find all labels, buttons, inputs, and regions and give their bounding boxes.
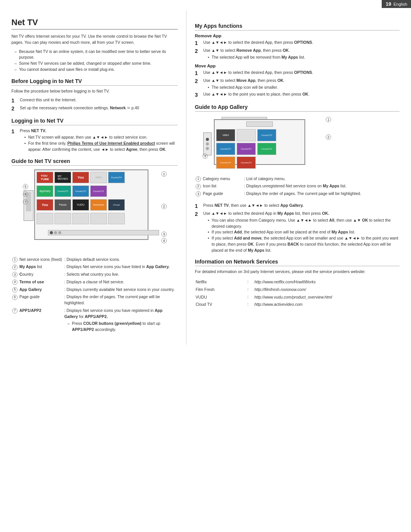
table-row: 6 Page guide : Displays the order of pag… [12,294,177,307]
screen-diagram: YOUTUBE MYMOVIES You video CountryTV App… [34,169,148,240]
section-logging-in: Logging in to Net TV [11,118,178,125]
app-gallery-steps: 1 Press NET TV, then use ▲▼◄► to select … [195,203,400,253]
gallery-callout-3: 3 [202,153,209,159]
callout-3: 3 [161,232,167,237]
section-myapps: My Apps functions [195,23,400,30]
network-services-intro: For detailed information on 3rd party In… [195,269,400,275]
callout-6: 6 [23,192,29,197]
table-row: 7 APP1/APP2 : Displays Net service icons… [12,307,177,337]
service-name: Film Fresh [196,286,245,293]
table-row: 2 Icon list : Displays unregistered Net … [196,183,399,190]
service-name: Netflix [196,279,245,286]
table-row: 2 My Apps list : Displays Net service ic… [12,264,177,270]
section-app-gallery: Guide to App Gallery [195,104,400,112]
subsection-remove-app: Remove App [195,34,400,38]
sub-bullet: You can also choose from Category menu. … [207,217,400,230]
service-url: http://www.vudu.com/product_overview.htm… [254,294,399,301]
step-item: 3 Use ▲▼◄► to the point you want to plac… [195,91,400,98]
services-table: Netflix : http://www.netflix.com/HowItWo… [195,278,400,309]
descriptions-table: 1 Net service icons (fixed) : Displays d… [11,256,178,338]
list-item: Some Net TV services can be added, chang… [14,61,178,67]
table-row: VUDU : http://www.vudu.com/product_overv… [196,294,399,301]
sub-bullet: For the first time only, Philips Terms o… [24,141,178,153]
section-guide-screen: Guide to Net TV screen [11,158,178,166]
list-item: Because Net TV is an online system, it c… [14,49,178,61]
page-guide [48,230,159,235]
service-name: Cloud TV [196,301,245,308]
step-item: 2 Use ▲▼ to select Move App, then press … [195,78,400,91]
sub-bullet: The selected App will be removed from My… [207,54,400,61]
before-logging-steps: 1 Connect this unit to the Internet. 2 S… [11,97,178,112]
intro-text: Net TV offers Internet services for your… [11,34,178,46]
table-row: 3 Page guide : Displays the order of pag… [196,190,399,197]
service-url: http://filmfresh.roxionow.com/ [254,286,399,293]
page-language: English [393,2,407,6]
callout-4: 4 [161,238,167,243]
step-item: 1 Connect this unit to the Internet. [11,97,178,104]
service-name: VUDU [196,294,245,301]
table-row: 4 Terms of use : Displays a clause of Ne… [12,279,177,286]
netv-diagram: YOUTUBE MYMOVIES You video CountryTV App… [23,169,167,253]
step-item: 1 Use ▲▼◄► to select the desired App, th… [195,70,400,77]
subsection-move-app: Move App [195,64,400,68]
left-column: Net TV Net TV offers Internet services f… [0,11,186,345]
sub-bullet: The selected App icon will be smaller. [207,85,400,91]
page-bar: 19 English [382,0,411,8]
callout-5: 5 [23,184,29,189]
step-item: 1 Press NET TV. Net TV screen will appea… [11,128,178,153]
gallery-desc-table: 1 Category menu : List of category menu.… [195,175,400,198]
gallery-callout-2: 2 [326,134,332,140]
table-row: Cloud TV : http://www.activevideo.com [196,301,399,308]
sub-bullet: Net TV screen will appear, then use ▲▼◄►… [24,134,178,141]
step-item: 2 Use ▲▼◄► to select the desired App in … [195,211,400,253]
table-row: Netflix : http://www.netflix.com/HowItWo… [196,279,399,286]
callout-7: 7 [23,199,29,204]
remove-app-steps: 1 Use ▲▼◄► to select the desired App, th… [195,40,400,61]
step-item: 2 Use ▲▼ to select Remove App, then pres… [195,48,400,61]
table-row: 1 Category menu : List of category menu. [196,176,399,182]
right-column: My Apps functions Remove App 1 Use ▲▼◄► … [186,11,411,345]
step-item: 1 Use ▲▼◄► to select the desired App, th… [195,40,400,46]
page-title: Net TV [11,18,178,30]
list-item: You cannot download and save files or in… [14,67,178,73]
table-row: 1 Net service icons (fixed) : Displays d… [12,256,177,263]
logging-in-steps: 1 Press NET TV. Net TV screen will appea… [11,128,178,153]
step-item: 2 Set up the necessary network connectio… [11,105,178,112]
step-item: 1 Press NET TV, then use ▲▼◄► to select … [195,203,400,209]
callout-1: 1 [161,171,167,177]
gallery-screen: video CountryTV CountryTV CountryTV Coun… [214,119,305,165]
gallery-diagram: video CountryTV CountryTV CountryTV Coun… [202,115,332,173]
table-row: 5 App Gallery : Displays currently avail… [12,286,177,293]
table-row: 3 Country : Selects what country you liv… [12,271,177,278]
table-row: Film Fresh : http://filmfresh.roxionow.c… [196,286,399,293]
service-url: http://www.activevideo.com [254,301,399,308]
callout-2: 2 [161,204,167,209]
gallery-callout-1: 1 [326,117,332,122]
before-logging-intro: Follow the procedure below before loggin… [11,88,178,94]
section-network-services: Information on Network Services [195,259,400,266]
service-url: http://www.netflix.com/HowItWorks [254,279,399,286]
bullet-list: Because Net TV is an online system, it c… [11,49,178,73]
sub-bullet: If you select Add and move, the selected… [207,235,400,253]
page-number: 19 [386,1,391,7]
move-app-steps: 1 Use ▲▼◄► to select the desired App, th… [195,70,400,99]
section-before-logging: Before Logging in to Net TV [11,78,178,86]
sub-bullet: If you select Add, the selected App icon… [207,229,400,235]
